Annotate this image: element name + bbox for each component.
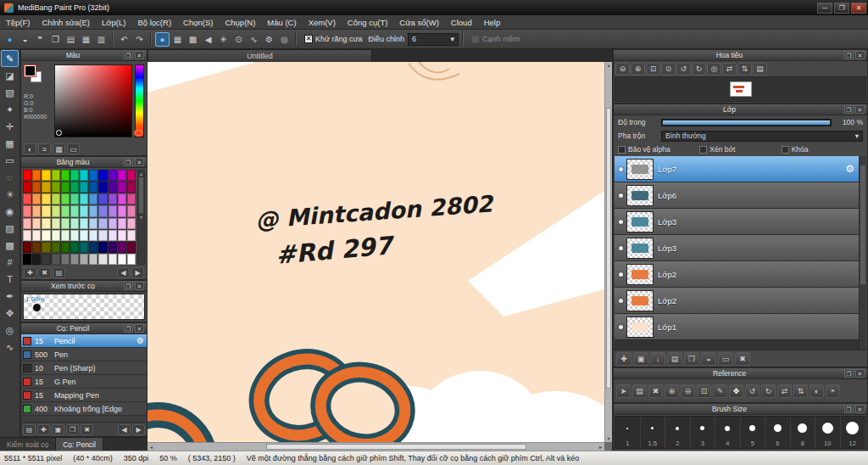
reference-close-icon[interactable]: ✖	[648, 384, 663, 398]
brush-next-icon[interactable]: ▶	[132, 424, 145, 435]
close-button[interactable]: ✕	[851, 3, 866, 14]
layer-new-folder-icon[interactable]: ▣	[633, 352, 648, 366]
tab-brush-control[interactable]: Kiểm soát cọ	[0, 438, 56, 451]
brush-add-icon[interactable]: ✚	[37, 424, 50, 435]
reference-fit-icon[interactable]: ⊡	[697, 384, 711, 398]
document-icon[interactable]: ▤	[64, 32, 78, 47]
panel-float-icon[interactable]: ❐	[844, 51, 854, 59]
layer-item[interactable]: Lớp3	[615, 209, 859, 235]
palette-swatch[interactable]	[118, 254, 126, 265]
palette-swatch[interactable]	[61, 242, 70, 253]
blend-mode-select[interactable]: Bình thường ▾	[661, 131, 863, 142]
palette-swatch[interactable]	[108, 230, 117, 241]
palette-swatch[interactable]	[32, 182, 41, 193]
palette-swatch[interactable]	[80, 193, 88, 204]
reference-zoom-out-icon[interactable]: ⊖	[681, 384, 695, 398]
layer-visibility-icon[interactable]	[615, 220, 626, 224]
layer-item[interactable]: Lớp3	[615, 235, 859, 261]
palette-swatch[interactable]	[42, 230, 50, 241]
palette-swatch[interactable]	[32, 230, 41, 241]
palette-swatch[interactable]	[23, 230, 31, 241]
menu-tools[interactable]: Công cụ(T)	[342, 18, 394, 27]
reference-flip-h-icon[interactable]: ⇄	[777, 384, 792, 398]
navigator-actual-icon[interactable]: ⊙	[661, 63, 676, 76]
palette-swatch[interactable]	[23, 205, 31, 216]
palette-swatch[interactable]	[127, 205, 136, 216]
palette-swatch[interactable]	[61, 182, 70, 193]
palette-swatch[interactable]	[61, 218, 70, 229]
scroll-right-icon[interactable]: ▸	[597, 443, 604, 451]
palette-swatch[interactable]	[52, 170, 60, 181]
panel-float-icon[interactable]: ❐	[124, 51, 133, 59]
palette-swatch[interactable]	[80, 242, 88, 253]
navigator-rotate-left-icon[interactable]: ↺	[676, 63, 691, 76]
navigator-zoom-in-icon[interactable]: ⊕	[631, 63, 645, 76]
scroll-up-icon[interactable]: ▴	[140, 171, 142, 176]
canvas-hscrollbar[interactable]: ◂ ▸	[147, 442, 604, 451]
palette-swatch[interactable]	[32, 218, 41, 229]
canvas-artwork[interactable]: @ Mintcadon 2802 #Rd 297	[147, 62, 604, 442]
layer-visibility-icon[interactable]	[615, 246, 626, 250]
palette-swatch[interactable]	[127, 254, 136, 265]
hand-tool-icon[interactable]: ✥	[1, 305, 19, 322]
reference-rotate-left-icon[interactable]: ↺	[745, 384, 760, 398]
brush-item-pencil[interactable]: 15 Pencil ⚙	[21, 334, 147, 348]
palette-swatch[interactable]	[42, 242, 50, 253]
navigator-preview[interactable]	[615, 76, 866, 102]
canvas-vscrollbar[interactable]: ▴ ▾	[604, 62, 612, 442]
brush-prev-icon[interactable]: ◀	[118, 424, 131, 435]
palette-next-icon[interactable]: ▶	[131, 267, 144, 278]
panel-float-icon[interactable]: ❐	[124, 324, 133, 333]
palette-swatch[interactable]	[108, 218, 117, 229]
palette-swatch[interactable]	[23, 218, 31, 229]
palette-swatch[interactable]	[70, 182, 79, 193]
menu-select[interactable]: Chọn(S)	[177, 18, 219, 27]
foreground-color-swatch[interactable]	[25, 65, 36, 76]
navigator-flip-h-icon[interactable]: ⇄	[722, 63, 737, 76]
protect-alpha-checkbox[interactable]: Bảo vệ alpha	[618, 145, 699, 154]
layer-clear-icon[interactable]: ▭	[718, 352, 733, 366]
menu-filter[interactable]: Bộ lọc(R)	[131, 18, 177, 27]
palette-swatch[interactable]	[32, 242, 41, 253]
palette-swatch[interactable]	[52, 254, 60, 265]
brush-item-pen-sharp[interactable]: 10 Pen (Sharp)	[21, 361, 147, 375]
brush-color-icon[interactable]: ●	[3, 32, 17, 47]
panel-float-icon[interactable]: ❐	[844, 369, 854, 378]
chat-icon[interactable]: ❞	[33, 32, 47, 47]
palette-swatch[interactable]	[80, 170, 88, 181]
menu-snap[interactable]: Chụp(N)	[219, 18, 261, 27]
palette-swatch[interactable]	[89, 182, 97, 193]
palette-swatch[interactable]	[61, 193, 70, 204]
brush-item-mapping-pen[interactable]: 15 Mapping Pen	[21, 389, 147, 402]
palette-swatch[interactable]	[70, 193, 79, 204]
brush-item-edge[interactable]: 400 Khoảng trống [Edge	[21, 402, 147, 416]
circle-icon[interactable]: ◎	[277, 32, 292, 47]
panel-close-icon[interactable]: ✕	[855, 105, 865, 114]
palette-swatch[interactable]	[127, 193, 136, 204]
palette-swatch[interactable]	[108, 170, 117, 181]
palette-swatch[interactable]	[108, 254, 117, 265]
layer-folder-icon[interactable]: ▤	[667, 352, 682, 366]
layer-visibility-icon[interactable]	[615, 325, 626, 329]
palette-prev-icon[interactable]: ◀	[117, 267, 130, 278]
palette-swatch[interactable]	[23, 182, 31, 193]
layer-visibility-icon[interactable]	[615, 272, 626, 277]
palette-swatch[interactable]	[98, 242, 107, 253]
brush-duplicate-icon[interactable]: ❐	[66, 424, 79, 435]
navigator-menu-icon[interactable]: ▤	[753, 63, 767, 76]
lock-checkbox[interactable]: Khóa	[782, 145, 863, 154]
brush-settings-icon[interactable]: ⚙	[134, 336, 147, 345]
palette-swatch[interactable]	[89, 193, 97, 204]
palette-swatch[interactable]	[118, 230, 126, 241]
navigator-flip-v-icon[interactable]: ⇅	[737, 63, 752, 76]
brush-tool-icon[interactable]: ✎	[1, 50, 19, 67]
palette-swatch[interactable]	[61, 254, 70, 265]
palette-swatch[interactable]	[70, 218, 79, 229]
palette-swatch[interactable]	[98, 218, 107, 229]
brush-size-option[interactable]: 10	[815, 417, 841, 448]
palette-swatch[interactable]	[70, 254, 79, 265]
select-rect-tool-icon[interactable]: ▧	[1, 84, 19, 101]
scroll-thumb[interactable]	[606, 108, 611, 389]
palette-swatch[interactable]	[127, 230, 136, 241]
clipping-checkbox[interactable]: Xén bớt	[699, 145, 781, 154]
